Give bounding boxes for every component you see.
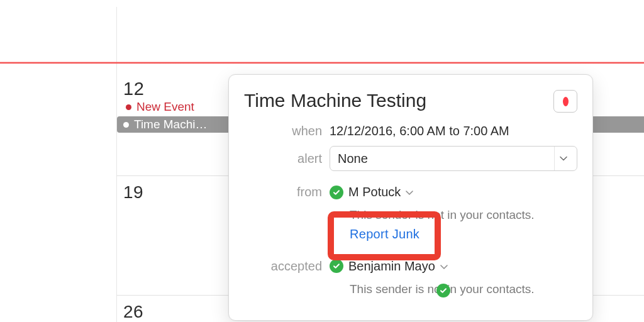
alert-select[interactable]: None	[330, 146, 577, 171]
event-dot-icon	[123, 122, 129, 128]
from-label: from	[244, 185, 330, 199]
event-label: Time Machi…	[134, 118, 207, 131]
event-dot-icon	[126, 104, 131, 110]
report-junk-link[interactable]: Report Junk	[350, 226, 419, 243]
event-title[interactable]: Time Machine Testing	[244, 90, 426, 111]
alert-value: None	[338, 152, 368, 166]
calendar-event-new[interactable]: New Event	[119, 99, 201, 115]
check-icon	[330, 186, 343, 199]
color-dot-icon	[563, 97, 569, 106]
from-note: This sender is not in your contacts.	[350, 207, 577, 223]
accepted-person[interactable]: Benjamin Mayo	[330, 259, 577, 274]
day-number: 12	[123, 79, 144, 99]
accepted-note-row: This sender is not in your contacts.	[350, 281, 577, 297]
check-icon	[330, 259, 343, 273]
chevron-down-icon	[440, 259, 448, 274]
chevron-down-icon	[406, 185, 413, 199]
when-label: when	[244, 124, 330, 138]
from-name: M Potuck	[348, 185, 401, 199]
from-person[interactable]: M Potuck	[330, 185, 577, 199]
calendar-left-column	[0, 7, 117, 322]
accepted-label: accepted	[244, 259, 330, 274]
accepted-name-0: Benjamin Mayo	[348, 259, 435, 274]
chevron-down-icon	[554, 147, 572, 170]
calendar-color-picker[interactable]	[553, 90, 577, 113]
check-icon	[436, 284, 450, 297]
current-time-indicator	[0, 62, 644, 64]
alert-label: alert	[244, 152, 330, 166]
when-value[interactable]: 12/12/2016, 6:00 AM to 7:00 AM	[330, 124, 577, 138]
day-number: 26	[123, 302, 143, 322]
event-popover: Time Machine Testing when 12/12/2016, 6:…	[228, 74, 593, 321]
event-label: New Event	[136, 100, 194, 114]
day-number: 19	[123, 182, 143, 203]
